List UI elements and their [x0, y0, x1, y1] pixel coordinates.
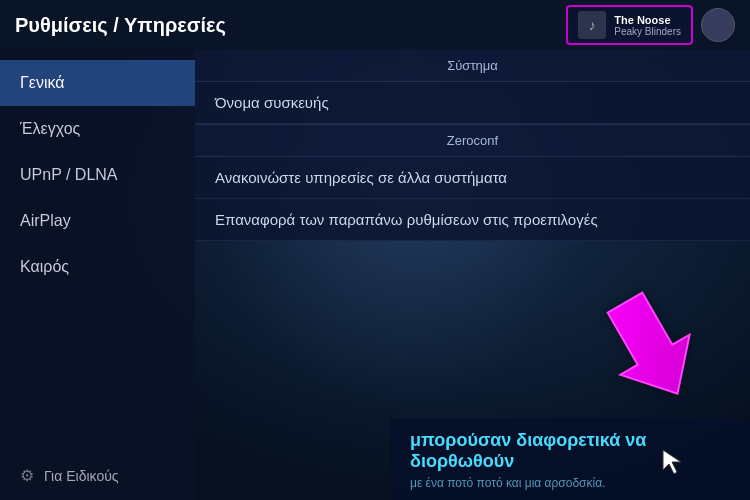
sidebar-item-kairos[interactable]: Καιρός — [0, 244, 195, 290]
sidebar-item-elegchos-label: Έλεγχος — [20, 120, 80, 138]
sidebar-item-genika-label: Γενικά — [20, 74, 65, 92]
sidebar-item-genika[interactable]: Γενικά — [0, 60, 195, 106]
sidebar-item-airplay[interactable]: AirPlay — [0, 198, 195, 244]
sidebar-footer-label: Για Ειδικούς — [44, 468, 119, 484]
header-right: ♪ The Noose Peaky Blinders — [566, 5, 735, 45]
sidebar: Γενικά Έλεγχος UPnP / DLNA AirPlay Καιρό… — [0, 50, 195, 500]
settings-panel: Σύστημα Όνομα συσκευής Zeroconf Ανακοινώ… — [195, 50, 750, 241]
settings-row-announce-label: Ανακοινώστε υπηρεσίες σε άλλα συστήματα — [215, 169, 507, 186]
section-header-zeroconf: Zeroconf — [195, 124, 750, 157]
header: Ρυθμίσεις / Υπηρεσίες ♪ The Noose Peaky … — [0, 0, 750, 50]
page-title: Ρυθμίσεις / Υπηρεσίες — [15, 14, 226, 37]
settings-row-onoma-label: Όνομα συσκευής — [215, 94, 329, 111]
sidebar-item-kairos-label: Καιρός — [20, 258, 69, 276]
settings-row-reset[interactable]: Επαναφορά των παραπάνω ρυθμίσεων στις πρ… — [195, 199, 750, 241]
settings-row-onoma[interactable]: Όνομα συσκευής — [195, 82, 750, 124]
settings-row-announce[interactable]: Ανακοινώστε υπηρεσίες σε άλλα συστήματα — [195, 157, 750, 199]
now-playing-widget[interactable]: ♪ The Noose Peaky Blinders — [566, 5, 693, 45]
now-playing-subtitle: Peaky Blinders — [614, 26, 681, 37]
bottom-sub-text: με ένα ποτό ποτό και μια αρσοδσκία. — [410, 476, 730, 490]
bottom-text-overlay: μπορούσαν διαφορετικά να διορθωθούν με έ… — [390, 418, 750, 500]
sidebar-footer[interactable]: ⚙ Για Ειδικούς — [0, 451, 195, 500]
settings-row-reset-label: Επαναφορά των παραπάνω ρυθμίσεων στις πρ… — [215, 211, 598, 228]
sidebar-item-airplay-label: AirPlay — [20, 212, 71, 230]
sidebar-item-elegchos[interactable]: Έλεγχος — [0, 106, 195, 152]
sidebar-nav: Γενικά Έλεγχος UPnP / DLNA AirPlay Καιρό… — [0, 50, 195, 290]
now-playing-title: The Noose — [614, 14, 681, 26]
gear-icon: ⚙ — [20, 466, 34, 485]
sidebar-item-upnp-label: UPnP / DLNA — [20, 166, 118, 184]
section-header-systema: Σύστημα — [195, 50, 750, 82]
bottom-main-text: μπορούσαν διαφορετικά να διορθωθούν — [410, 430, 730, 472]
user-avatar[interactable] — [701, 8, 735, 42]
sidebar-item-upnp[interactable]: UPnP / DLNA — [0, 152, 195, 198]
now-playing-text: The Noose Peaky Blinders — [614, 14, 681, 37]
music-icon: ♪ — [578, 11, 606, 39]
main-content: Σύστημα Όνομα συσκευής Zeroconf Ανακοινώ… — [195, 50, 750, 500]
